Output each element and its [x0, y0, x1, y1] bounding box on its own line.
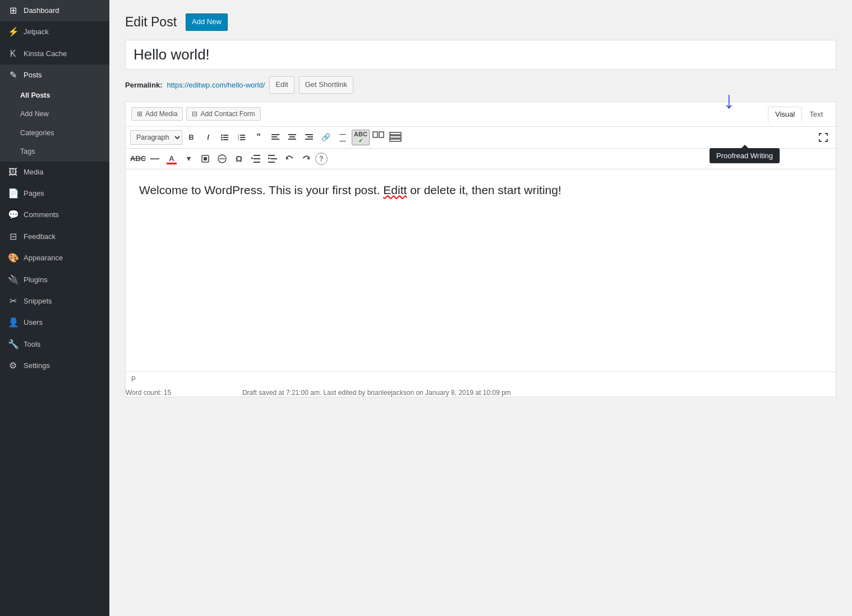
sidebar-item-media[interactable]: 🖼 Media	[0, 162, 109, 183]
svg-point-4	[221, 136, 223, 138]
undo-button[interactable]	[282, 151, 297, 166]
svg-rect-30	[254, 155, 260, 156]
proofread-button[interactable]: ABC✓	[352, 130, 370, 145]
text-color-icon: A	[169, 154, 174, 163]
align-center-icon	[288, 134, 296, 141]
sidebar-item-pages[interactable]: 📄 Pages	[0, 183, 109, 204]
ul-icon	[221, 134, 229, 141]
custom1-button[interactable]	[197, 151, 213, 166]
add-new-button[interactable]: Add New	[186, 13, 228, 31]
plugins-icon: 🔌	[8, 274, 18, 286]
sidebar-item-all-posts[interactable]: All Posts	[0, 86, 109, 105]
word-count: Word count: 15	[126, 389, 171, 397]
svg-rect-7	[240, 137, 245, 138]
get-shortlink-button[interactable]: Get Shortlink	[299, 76, 353, 94]
fullscreen-button[interactable]	[816, 130, 831, 145]
main-content: Edit Post Add New Permalink: https://edi…	[109, 0, 852, 616]
indent-button[interactable]	[265, 151, 280, 166]
permalink-edit-button[interactable]: Edit	[269, 76, 294, 94]
text-color-button[interactable]: A	[164, 151, 179, 166]
post-title-input[interactable]	[125, 40, 836, 70]
snippets-icon: ✂	[8, 295, 18, 307]
sidebar-item-jetpack[interactable]: ⚡ Jetpack	[0, 21, 109, 43]
sidebar-label-tools: Tools	[24, 339, 40, 350]
svg-rect-25	[390, 139, 401, 141]
sidebar-item-posts[interactable]: ✎ Posts All PostsAdd NewCategoriesTags	[0, 65, 109, 161]
outdent-button[interactable]	[248, 151, 264, 166]
tools-icon: 🔧	[8, 338, 18, 351]
appearance-icon: 🎨	[8, 252, 18, 264]
svg-rect-33	[254, 162, 260, 163]
svg-rect-21	[373, 132, 377, 137]
svg-rect-20	[305, 139, 313, 140]
sidebar-item-appearance[interactable]: 🎨 Appearance	[0, 247, 109, 269]
outdent-icon	[251, 155, 260, 163]
permalink-link[interactable]: https://editwp.com/hello-world/	[167, 81, 265, 89]
add-media-button[interactable]: ⊞ Add Media	[131, 107, 183, 121]
svg-rect-15	[288, 134, 296, 135]
settings-icon: ⚙	[8, 360, 18, 372]
ol-icon: 123	[238, 134, 246, 141]
add-media-icon: ⊞	[137, 110, 142, 118]
tab-text[interactable]: Text	[802, 107, 830, 122]
sidebar-item-add-new[interactable]: Add New	[0, 105, 109, 124]
svg-point-5	[221, 139, 223, 140]
svg-rect-22	[379, 132, 384, 137]
horizontal-rule-button[interactable]: —	[147, 151, 163, 166]
link-button[interactable]: 🔗	[318, 130, 334, 145]
editor-text-after: or delete it, then start writing!	[407, 183, 561, 196]
align-right-button[interactable]	[301, 130, 317, 145]
sidebar-item-users[interactable]: 👤 Users	[0, 312, 109, 333]
special-char-button[interactable]: Ω	[231, 151, 247, 166]
sidebar-label-jetpack: Jetpack	[24, 27, 49, 37]
clear-format-icon	[218, 154, 227, 163]
sidebar-item-comments[interactable]: 💬 Comments	[0, 204, 109, 226]
strikethrough-button[interactable]: ABC	[130, 151, 146, 166]
sidebar-item-dashboard[interactable]: ⊞ Dashboard	[0, 0, 109, 21]
unordered-list-button[interactable]	[217, 130, 233, 145]
help-button[interactable]: ?	[315, 153, 328, 165]
kitchen-sink-icon	[389, 132, 402, 143]
blockquote-button[interactable]: "	[251, 130, 266, 145]
redo-button[interactable]	[298, 151, 314, 166]
add-contact-form-button[interactable]: ⊟ Add Contact Form	[186, 107, 260, 121]
sidebar-item-tags[interactable]: Tags	[0, 142, 109, 162]
align-center-button[interactable]	[284, 130, 300, 145]
svg-rect-14	[271, 139, 279, 140]
more-button[interactable]: ——	[335, 130, 351, 145]
sidebar-item-categories[interactable]: Categories	[0, 124, 109, 143]
paragraph-select[interactable]: Paragraph	[130, 130, 182, 145]
sidebar-label-appearance: Appearance	[24, 253, 63, 263]
sidebar-item-tools[interactable]: 🔧 Tools	[0, 334, 109, 355]
page-break-button[interactable]	[371, 130, 386, 145]
italic-button[interactable]: I	[200, 130, 216, 145]
sidebar-item-feedback[interactable]: ⊟ Feedback	[0, 226, 109, 247]
editor-content[interactable]: Welcome to WordPress. This is your first…	[126, 169, 836, 371]
sidebar-item-plugins[interactable]: 🔌 Plugins	[0, 269, 109, 291]
sidebar-item-settings[interactable]: ⚙ Settings	[0, 355, 109, 376]
svg-rect-8	[240, 139, 245, 140]
kitchen-sink-button[interactable]	[388, 130, 403, 145]
clear-format-button[interactable]	[214, 151, 230, 166]
sidebar-label-comments: Comments	[24, 210, 59, 220]
ordered-list-button[interactable]: 123	[234, 130, 250, 145]
misspelled-word: Editt	[383, 183, 407, 196]
svg-rect-24	[390, 136, 401, 138]
text-color-picker-button[interactable]: ▾	[181, 151, 196, 166]
svg-rect-13	[271, 136, 277, 137]
sidebar-item-kinsta-cache[interactable]: K Kinsta Cache	[0, 43, 109, 65]
visual-text-tabs: Visual Text	[768, 107, 830, 122]
editor-footer-bottom: Word count: 15 Draft saved at 7:21:00 am…	[126, 389, 836, 397]
bold-button[interactable]: B	[183, 130, 199, 145]
sidebar-label-plugins: Plugins	[24, 275, 48, 285]
align-left-button[interactable]	[268, 130, 283, 145]
svg-rect-23	[390, 132, 401, 135]
svg-rect-19	[307, 136, 313, 137]
sidebar-item-snippets[interactable]: ✂ Snippets	[0, 291, 109, 312]
svg-point-3	[221, 134, 223, 136]
tab-visual[interactable]: Visual	[768, 107, 802, 122]
pages-icon: 📄	[8, 187, 18, 200]
posts-icon: ✎	[8, 69, 18, 81]
feedback-icon: ⊟	[8, 231, 18, 243]
svg-rect-37	[268, 162, 275, 163]
